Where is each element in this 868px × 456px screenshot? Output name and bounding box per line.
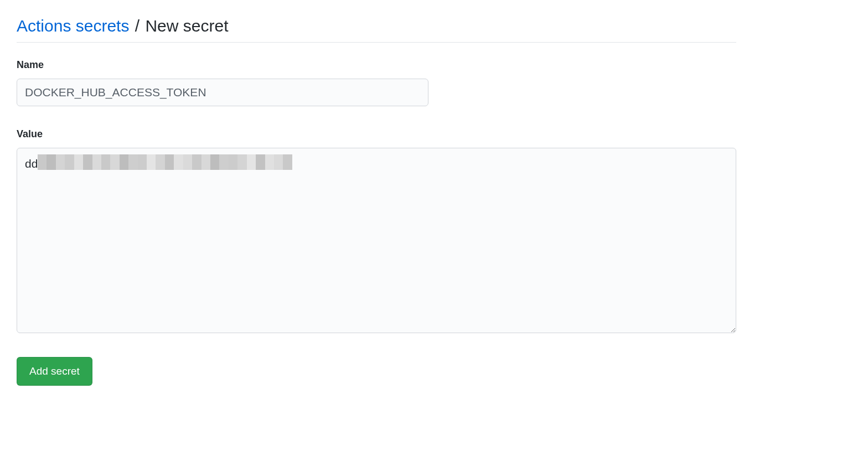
breadcrumb-current: New secret bbox=[145, 17, 228, 35]
name-label: Name bbox=[17, 59, 736, 71]
breadcrumb-separator: / bbox=[135, 17, 140, 35]
secret-name-input[interactable] bbox=[17, 79, 428, 106]
value-label: Value bbox=[17, 128, 736, 140]
secret-value-textarea[interactable]: dd bbox=[17, 148, 736, 333]
add-secret-button[interactable]: Add secret bbox=[17, 357, 92, 386]
breadcrumb-parent-link[interactable]: Actions secrets bbox=[17, 17, 129, 35]
breadcrumb: Actions secrets / New secret bbox=[17, 17, 736, 43]
